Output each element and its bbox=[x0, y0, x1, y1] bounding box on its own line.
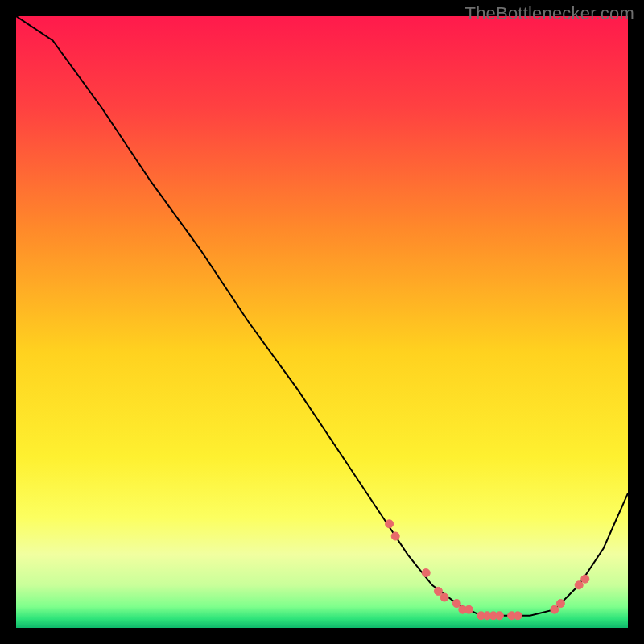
marker-point bbox=[434, 587, 442, 595]
marker-point bbox=[464, 605, 473, 613]
marker-point bbox=[452, 600, 460, 608]
watermark-text: TheBottlenecker.com bbox=[465, 3, 634, 24]
marker-point bbox=[575, 581, 583, 589]
marker-point bbox=[440, 593, 448, 601]
chart-frame: TheBottlenecker.com bbox=[0, 0, 644, 644]
marker-point bbox=[581, 575, 589, 583]
bottleneck-curve bbox=[16, 16, 628, 616]
marker-point bbox=[386, 520, 394, 528]
highlight-points bbox=[386, 520, 589, 620]
line-chart bbox=[16, 16, 628, 628]
marker-point bbox=[495, 612, 503, 620]
marker-point bbox=[514, 612, 522, 620]
marker-point bbox=[391, 532, 399, 540]
plot-area bbox=[16, 16, 628, 628]
marker-point bbox=[556, 600, 564, 608]
marker-point bbox=[422, 569, 430, 577]
marker-point bbox=[551, 605, 559, 613]
